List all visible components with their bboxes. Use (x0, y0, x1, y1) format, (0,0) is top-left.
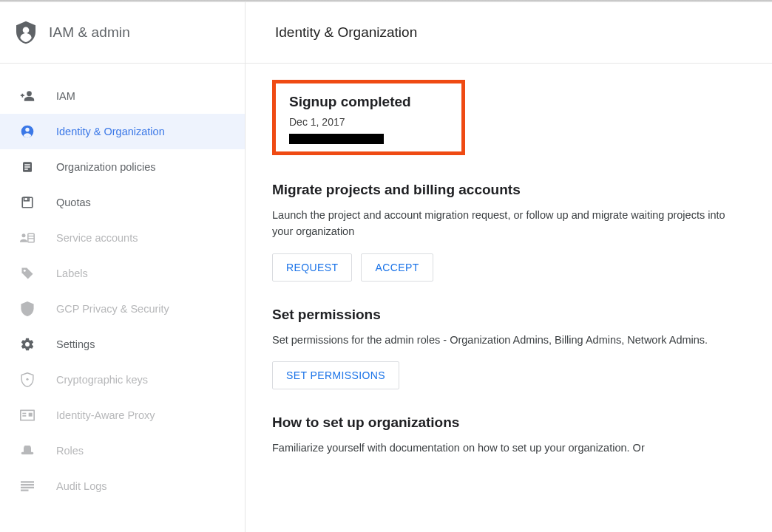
gear-icon (19, 336, 35, 352)
sidebar-title: IAM & admin (49, 24, 130, 41)
section-set-permissions: Set permissions Set permissions for the … (272, 307, 745, 389)
svg-rect-7 (24, 168, 28, 170)
hat-icon (19, 443, 35, 459)
sidebar-item-audit-logs[interactable]: Audit Logs (0, 468, 245, 504)
sidebar-header: IAM & admin (0, 2, 245, 64)
svg-rect-23 (21, 484, 34, 485)
sidebar-item-label: Identity-Aware Proxy (56, 409, 155, 421)
section-migrate: Migrate projects and billing accounts La… (272, 182, 745, 282)
sidebar-item-gcp-privacy-security[interactable]: GCP Privacy & Security (0, 291, 245, 327)
sidebar-item-identity-organization[interactable]: Identity & Organization (0, 114, 245, 149)
svg-rect-12 (28, 233, 34, 242)
shield-icon (19, 301, 35, 317)
sidebar-item-label: GCP Privacy & Security (56, 303, 169, 315)
main: Identity & Organization Signup completed… (246, 2, 772, 532)
section-title: Set permissions (272, 307, 745, 323)
sidebar-item-label: Audit Logs (56, 480, 107, 492)
sidebar-nav: IAM Identity & Organization Organization… (0, 64, 245, 504)
sidebar-item-org-policies[interactable]: Organization policies (0, 149, 245, 185)
sidebar-item-label: Organization policies (56, 161, 156, 173)
section-title: How to set up organizations (272, 415, 745, 431)
svg-point-15 (24, 270, 26, 272)
document-icon (19, 159, 35, 175)
svg-rect-5 (24, 164, 30, 166)
page-title: Identity & Organization (275, 24, 417, 41)
proxy-icon (19, 407, 35, 423)
svg-point-16 (26, 378, 28, 381)
svg-point-11 (22, 233, 26, 237)
iam-shield-icon (16, 21, 35, 44)
svg-rect-19 (22, 413, 26, 415)
lines-icon (19, 478, 35, 494)
section-body: Set permissions for the admin roles - Or… (272, 332, 745, 348)
sidebar-item-label: Cryptographic keys (56, 374, 148, 386)
set-permissions-button[interactable]: SET PERMISSIONS (272, 361, 399, 389)
tag-icon (19, 265, 35, 282)
signup-title: Signup completed (289, 94, 448, 110)
svg-rect-6 (24, 166, 30, 168)
shield-lock-icon (19, 372, 35, 388)
svg-rect-10 (27, 198, 29, 200)
sidebar-item-quotas[interactable]: Quotas (0, 185, 245, 220)
svg-rect-20 (22, 415, 26, 417)
sidebar-item-label: Labels (56, 267, 88, 279)
button-row: SET PERMISSIONS (272, 361, 745, 389)
svg-point-3 (25, 128, 29, 132)
svg-point-0 (23, 27, 30, 33)
person-circle-icon (19, 123, 35, 140)
accept-button[interactable]: ACCEPT (361, 253, 433, 282)
svg-point-1 (27, 91, 32, 96)
signup-completed-box: Signup completed Dec 1, 2017 (272, 80, 465, 155)
accounts-icon (19, 230, 35, 246)
request-button[interactable]: REQUEST (272, 253, 352, 282)
main-content: Signup completed Dec 1, 2017 Migrate pro… (246, 64, 772, 457)
sidebar-item-iam[interactable]: IAM (0, 78, 245, 114)
sidebar-item-label: Identity & Organization (56, 126, 165, 137)
sidebar-item-identity-aware-proxy[interactable]: Identity-Aware Proxy (0, 398, 245, 433)
add-person-icon (19, 88, 35, 104)
main-header: Identity & Organization (246, 2, 772, 64)
sidebar-item-service-accounts[interactable]: Service accounts (0, 220, 245, 256)
signup-date: Dec 1, 2017 (289, 116, 448, 128)
svg-rect-25 (21, 490, 29, 491)
section-body: Familiarize yourself with documentation … (272, 440, 745, 456)
section-title: Migrate projects and billing accounts (272, 182, 745, 198)
svg-rect-22 (21, 481, 34, 482)
sidebar-item-cryptographic-keys[interactable]: Cryptographic keys (0, 362, 245, 398)
sidebar-item-labels[interactable]: Labels (0, 256, 245, 291)
section-body: Launch the project and account migration… (272, 207, 745, 240)
button-row: REQUEST ACCEPT (272, 253, 745, 282)
sidebar-item-label: Quotas (56, 197, 91, 208)
svg-rect-21 (29, 413, 33, 417)
sidebar-item-label: Roles (56, 445, 84, 457)
sidebar-item-roles[interactable]: Roles (0, 433, 245, 468)
sidebar-item-settings[interactable]: Settings (0, 327, 245, 362)
sidebar: IAM & admin IAM Identity & Organization … (0, 2, 246, 532)
svg-rect-24 (21, 487, 34, 488)
sidebar-item-label: Settings (56, 338, 95, 350)
save-icon (19, 194, 35, 211)
section-how-to-setup: How to set up organizations Familiarize … (272, 415, 745, 456)
redacted-text (289, 134, 384, 144)
sidebar-item-label: IAM (56, 90, 75, 102)
sidebar-item-label: Service accounts (56, 232, 138, 244)
